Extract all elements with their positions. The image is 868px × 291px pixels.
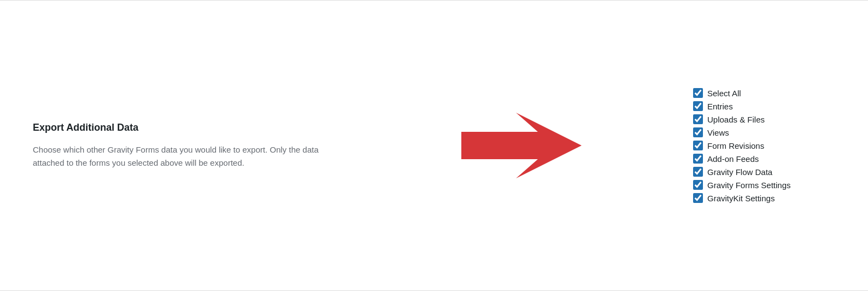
checkbox-uploads-files[interactable] [693, 114, 703, 124]
checkbox-addon-feeds[interactable] [693, 154, 703, 164]
section-description: Choose which other Gravity Forms data yo… [33, 143, 350, 170]
checkbox-item-select-all[interactable]: Select All [693, 88, 835, 98]
checkbox-label-views[interactable]: Views [707, 128, 729, 137]
checkbox-label-select-all[interactable]: Select All [707, 89, 741, 98]
checkbox-label-gravity-flow-data[interactable]: Gravity Flow Data [707, 167, 772, 177]
export-additional-data-card: Export Additional Data Choose which othe… [0, 0, 868, 291]
checkbox-label-form-revisions[interactable]: Form Revisions [707, 141, 764, 150]
checkbox-label-addon-feeds[interactable]: Add-on Feeds [707, 154, 759, 164]
arrow-area [350, 113, 693, 178]
checkbox-select-all[interactable] [693, 88, 703, 98]
checkbox-item-gravitykit-settings[interactable]: GravityKit Settings [693, 193, 835, 203]
arrow-icon [461, 113, 582, 178]
checkbox-label-entries[interactable]: Entries [707, 102, 733, 111]
checkbox-label-uploads-files[interactable]: Uploads & Files [707, 115, 765, 124]
checkbox-item-addon-feeds[interactable]: Add-on Feeds [693, 154, 835, 164]
checkboxes-list: Select AllEntriesUploads & FilesViewsFor… [693, 88, 835, 203]
checkbox-gravitykit-settings[interactable] [693, 193, 703, 203]
checkbox-item-form-revisions[interactable]: Form Revisions [693, 141, 835, 150]
section-title: Export Additional Data [33, 122, 350, 133]
checkbox-item-uploads-files[interactable]: Uploads & Files [693, 114, 835, 124]
checkbox-form-revisions[interactable] [693, 141, 703, 150]
svg-marker-0 [461, 113, 582, 178]
checkbox-label-gravity-forms-settings[interactable]: Gravity Forms Settings [707, 181, 791, 190]
checkbox-item-views[interactable]: Views [693, 127, 835, 137]
checkbox-item-gravity-forms-settings[interactable]: Gravity Forms Settings [693, 180, 835, 190]
checkbox-label-gravitykit-settings[interactable]: GravityKit Settings [707, 194, 775, 203]
left-section: Export Additional Data Choose which othe… [33, 122, 350, 170]
checkbox-gravity-forms-settings[interactable] [693, 180, 703, 190]
checkbox-item-entries[interactable]: Entries [693, 101, 835, 111]
checkbox-entries[interactable] [693, 101, 703, 111]
checkbox-views[interactable] [693, 127, 703, 137]
checkbox-gravity-flow-data[interactable] [693, 167, 703, 177]
checkbox-item-gravity-flow-data[interactable]: Gravity Flow Data [693, 167, 835, 177]
